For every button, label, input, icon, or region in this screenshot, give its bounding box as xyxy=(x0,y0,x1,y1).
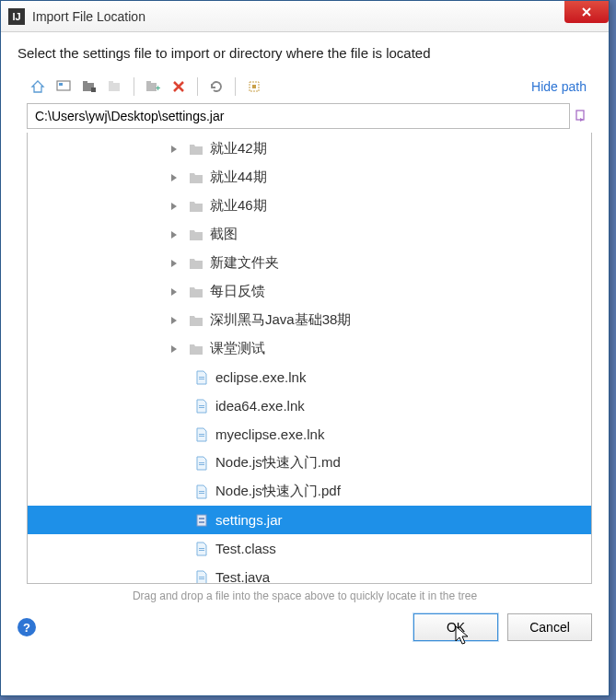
svg-rect-11 xyxy=(252,85,256,88)
delete-button[interactable] xyxy=(168,76,190,98)
file-icon xyxy=(193,455,210,472)
tree-item-label: Node.js快速入门.pdf xyxy=(215,483,341,500)
svg-rect-25 xyxy=(199,521,204,523)
tree-folder-row[interactable]: 就业44期 xyxy=(28,163,591,192)
show-hidden-icon xyxy=(248,80,261,93)
new-folder-button[interactable]: + xyxy=(142,76,164,98)
file-tree[interactable]: 就业42期就业44期就业46期截图新建文件夹每日反馈深圳黑马Java基础38期课… xyxy=(27,133,592,584)
cancel-button-label: Cancel xyxy=(529,620,570,635)
tree-folder-row[interactable]: 深圳黑马Java基础38期 xyxy=(28,306,591,334)
expand-toggle[interactable] xyxy=(166,145,182,154)
tree-item-label: Test.class xyxy=(215,541,276,556)
content-area: Select the settings file to import or di… xyxy=(1,32,609,695)
svg-rect-19 xyxy=(199,462,204,463)
svg-rect-14 xyxy=(199,379,204,379)
file-icon xyxy=(193,484,210,500)
tree-folder-row[interactable]: 新建文件夹 xyxy=(28,249,591,277)
svg-rect-24 xyxy=(199,518,204,519)
tree-item-label: 深圳黑马Java基础38期 xyxy=(210,311,351,329)
tree-file-row[interactable]: settings.jar xyxy=(28,506,591,534)
cancel-button[interactable]: Cancel xyxy=(507,613,592,641)
toolbar-separator xyxy=(134,77,134,96)
svg-rect-21 xyxy=(199,491,204,492)
tree-folder-row[interactable]: 截图 xyxy=(28,220,591,249)
svg-rect-1 xyxy=(59,83,63,86)
show-hidden-button[interactable] xyxy=(243,76,265,98)
tree-item-label: 截图 xyxy=(210,226,238,243)
svg-rect-8 xyxy=(146,81,151,84)
tree-file-row[interactable]: Node.js快速入门.pdf xyxy=(28,477,591,506)
button-row: OK Cancel xyxy=(413,613,592,641)
svg-rect-13 xyxy=(199,377,204,378)
svg-rect-27 xyxy=(199,550,204,551)
folder-icon xyxy=(188,341,204,357)
footer: ? OK Cancel xyxy=(1,606,609,654)
tree-file-row[interactable]: Test.class xyxy=(28,534,591,563)
file-icon xyxy=(193,369,210,386)
ok-button-label: OK xyxy=(447,620,465,635)
tree-file-row[interactable]: eclipse.exe.lnk xyxy=(28,363,591,391)
tree-item-label: 每日反馈 xyxy=(210,283,265,300)
ok-button[interactable]: OK xyxy=(413,613,498,641)
hide-path-link[interactable]: Hide path xyxy=(531,79,592,94)
folder-icon xyxy=(188,141,204,158)
svg-rect-16 xyxy=(199,407,204,408)
tree-folder-row[interactable]: 就业42期 xyxy=(28,134,591,163)
folder-icon xyxy=(188,227,204,243)
folder-icon xyxy=(188,284,204,300)
svg-rect-4 xyxy=(91,88,96,92)
expand-toggle[interactable] xyxy=(166,202,182,211)
tree-folder-row[interactable]: 课堂测试 xyxy=(28,334,591,363)
expand-toggle[interactable] xyxy=(166,316,182,325)
dialog-window: IJ Import File Location Select the setti… xyxy=(0,0,610,696)
drag-drop-hint: Drag and drop a file into the space abov… xyxy=(1,584,609,606)
delete-icon xyxy=(172,80,185,93)
tree-item-label: idea64.exe.lnk xyxy=(215,398,305,414)
tree-file-row[interactable]: Node.js快速入门.md xyxy=(28,449,591,477)
help-button[interactable]: ? xyxy=(17,618,36,636)
history-icon xyxy=(574,109,588,123)
close-button[interactable] xyxy=(564,1,609,23)
expand-toggle[interactable] xyxy=(166,344,182,354)
svg-rect-3 xyxy=(83,81,87,84)
file-icon xyxy=(193,569,210,585)
tree-folder-row[interactable]: 就业46期 xyxy=(28,192,591,220)
new-folder-icon: + xyxy=(145,80,160,93)
tree-item-label: settings.jar xyxy=(215,512,283,528)
svg-rect-26 xyxy=(199,548,204,549)
desktop-button[interactable] xyxy=(52,76,75,98)
titlebar: IJ Import File Location xyxy=(1,1,609,32)
svg-text:+: + xyxy=(156,84,160,93)
tree-file-row[interactable]: idea64.exe.lnk xyxy=(28,391,591,420)
home-button[interactable] xyxy=(27,76,49,98)
svg-rect-29 xyxy=(199,578,204,579)
folder-icon xyxy=(188,255,204,272)
refresh-button[interactable] xyxy=(205,76,227,98)
tree-folder-row[interactable]: 每日反馈 xyxy=(28,277,591,306)
path-input[interactable] xyxy=(27,103,570,129)
history-button[interactable] xyxy=(570,103,592,129)
tree-item-label: 新建文件夹 xyxy=(210,254,279,272)
folder-icon xyxy=(188,198,204,215)
app-icon: IJ xyxy=(8,8,25,25)
expand-toggle[interactable] xyxy=(166,259,182,268)
instruction-text: Select the settings file to import or di… xyxy=(1,32,609,72)
project-icon xyxy=(82,80,97,93)
close-icon xyxy=(581,6,592,18)
expand-toggle[interactable] xyxy=(166,287,182,297)
folder-icon xyxy=(188,169,204,186)
home-icon xyxy=(30,79,45,94)
project-button[interactable] xyxy=(78,76,100,98)
file-icon xyxy=(193,512,210,529)
window-title: Import File Location xyxy=(32,9,145,24)
tree-item-label: 就业42期 xyxy=(210,140,267,158)
svg-rect-18 xyxy=(199,436,204,437)
svg-rect-15 xyxy=(199,405,204,406)
file-icon xyxy=(193,398,210,414)
tree-file-row[interactable]: myeclipse.exe.lnk xyxy=(28,420,591,449)
tree-file-row[interactable]: Test.java xyxy=(28,563,591,584)
expand-toggle[interactable] xyxy=(166,230,182,239)
module-button[interactable] xyxy=(104,76,126,98)
expand-toggle[interactable] xyxy=(166,173,182,182)
svg-rect-17 xyxy=(199,434,204,435)
